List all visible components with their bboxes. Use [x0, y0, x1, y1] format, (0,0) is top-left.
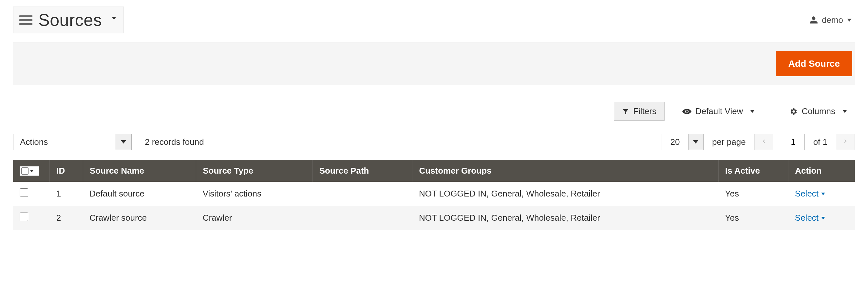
row-checkbox[interactable]: [20, 213, 28, 221]
columns-label: Columns: [802, 106, 835, 116]
user-name: demo: [822, 15, 843, 25]
add-source-button[interactable]: Add Source: [776, 51, 852, 76]
bulk-actions-select[interactable]: Actions: [13, 134, 132, 150]
columns-button[interactable]: Columns: [781, 102, 855, 120]
records-found: 2 records found: [145, 137, 204, 147]
header-action: Action: [788, 160, 855, 182]
cell-is-active: Yes: [718, 206, 788, 230]
default-view-label: Default View: [695, 106, 743, 116]
prev-page-button[interactable]: [754, 134, 773, 150]
bulk-actions-trigger[interactable]: [115, 134, 131, 150]
header-source-name[interactable]: Source Name: [83, 160, 196, 182]
header-source-type[interactable]: Source Type: [196, 160, 313, 182]
sources-table: ID Source Name Source Type Source Path C…: [13, 160, 855, 230]
cell-customer-groups: NOT LOGGED IN, General, Wholesale, Retai…: [412, 206, 719, 230]
row-checkbox[interactable]: [20, 188, 28, 197]
bulk-actions-label: Actions: [13, 134, 115, 150]
eye-icon: [682, 107, 691, 116]
next-page-button[interactable]: [836, 134, 855, 150]
row-action-select[interactable]: Select: [795, 189, 825, 199]
of-pages-label: of 1: [813, 137, 827, 147]
caret-down-icon: [112, 17, 116, 20]
caret-down-icon: [30, 170, 34, 172]
table-row: 2 Crawler source Crawler NOT LOGGED IN, …: [13, 206, 855, 230]
cell-source-type: Crawler: [196, 206, 313, 230]
cell-source-path: [312, 182, 412, 206]
action-toolbar: Add Source: [13, 42, 855, 85]
cell-source-name: Default source: [83, 182, 196, 206]
caret-down-icon: [750, 110, 755, 113]
page-size-value: 20: [662, 134, 688, 150]
page-size-select[interactable]: 20: [662, 134, 704, 150]
separator: [772, 105, 772, 118]
cell-source-path: [312, 206, 412, 230]
gear-icon: [789, 107, 798, 116]
select-all-checkbox[interactable]: [21, 168, 29, 175]
page-title: Sources: [38, 10, 102, 30]
page-input[interactable]: [782, 134, 805, 150]
cell-customer-groups: NOT LOGGED IN, General, Wholesale, Retai…: [412, 182, 719, 206]
header-id[interactable]: ID: [50, 160, 83, 182]
chevron-left-icon: [761, 137, 767, 146]
chevron-right-icon: [843, 137, 848, 146]
table-row: 1 Default source Visitors' actions NOT L…: [13, 182, 855, 206]
header-customer-groups[interactable]: Customer Groups: [412, 160, 719, 182]
funnel-icon: [622, 108, 629, 115]
header-source-path[interactable]: Source Path: [312, 160, 412, 182]
cell-source-type: Visitors' actions: [196, 182, 313, 206]
caret-down-icon: [821, 192, 825, 195]
cell-source-name: Crawler source: [83, 206, 196, 230]
caret-down-icon: [693, 140, 698, 144]
user-menu[interactable]: demo: [809, 15, 855, 25]
caret-down-icon: [121, 140, 126, 144]
caret-down-icon: [847, 19, 851, 22]
page-size-trigger[interactable]: [688, 134, 703, 150]
filters-button[interactable]: Filters: [614, 102, 664, 121]
filters-label: Filters: [633, 106, 656, 116]
default-view-button[interactable]: Default View: [675, 102, 763, 120]
caret-down-icon: [842, 110, 847, 113]
header-is-active[interactable]: Is Active: [718, 160, 788, 182]
cell-id: 1: [50, 182, 83, 206]
row-action-select[interactable]: Select: [795, 213, 825, 223]
cell-is-active: Yes: [718, 182, 788, 206]
cell-id: 2: [50, 206, 83, 230]
caret-down-icon: [821, 217, 825, 219]
per-page-label: per page: [712, 137, 746, 147]
user-icon: [809, 16, 818, 24]
menu-icon: [19, 13, 32, 27]
page-title-dropdown[interactable]: Sources: [13, 6, 124, 33]
header-checkbox[interactable]: [13, 160, 50, 182]
